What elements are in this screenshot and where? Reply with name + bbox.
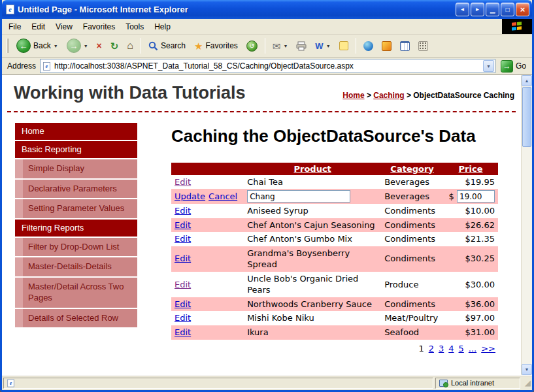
edit-link[interactable]: Edit xyxy=(175,234,191,244)
sidebar-item-details-of-selected-row[interactable]: Details of Selected Row xyxy=(15,309,137,328)
edit-word-button[interactable]: W ▼ xyxy=(312,41,333,52)
refresh-button[interactable]: ↻ xyxy=(107,40,122,52)
titlebar-extra-button-left[interactable]: ◄ xyxy=(456,3,469,16)
sidebar-item-filter-by-drop-down-list[interactable]: Filter by Drop-Down List xyxy=(15,238,137,257)
edit-link[interactable]: Edit xyxy=(175,327,191,337)
research-button[interactable] xyxy=(397,40,413,52)
menu-help[interactable]: Help xyxy=(149,20,176,33)
quick-tool-button[interactable] xyxy=(378,40,395,52)
edit-link[interactable]: Edit xyxy=(175,177,191,187)
address-field[interactable]: e http://localhost:3038/ASPNET_Data_Tuto… xyxy=(40,59,495,73)
command-cell: Edit xyxy=(171,246,244,272)
history-button[interactable]: ↺ xyxy=(243,39,261,53)
product-cell: Grandma's Boysenberry Spread xyxy=(244,246,381,272)
product-cell: Chef Anton's Gumbo Mix xyxy=(244,232,381,246)
titlebar-extra-button-right[interactable]: ► xyxy=(471,3,484,16)
mail-dropdown-icon[interactable]: ▼ xyxy=(283,44,288,48)
edit-link[interactable]: Edit xyxy=(175,280,191,289)
window-buttons: ◄ ► ▁ □ × xyxy=(456,3,529,16)
titlebar[interactable]: e Untitled Page - Microsoft Internet Exp… xyxy=(2,0,532,19)
menu-favorites[interactable]: Favorites xyxy=(78,20,120,33)
maximize-button[interactable]: □ xyxy=(501,3,514,16)
edit-link[interactable]: Edit xyxy=(175,313,191,323)
home-button[interactable]: ⌂ xyxy=(124,39,137,52)
close-button[interactable]: × xyxy=(516,3,529,16)
menu-file[interactable]: File xyxy=(3,20,26,33)
search-label: Search xyxy=(161,41,186,50)
page-body: HomeBasic ReportingSimple DisplayDeclara… xyxy=(2,112,521,355)
favorites-button[interactable]: ★ Favorites xyxy=(191,40,241,52)
address-dropdown-button[interactable]: ▼ xyxy=(483,60,494,72)
sidebar-section-filtering-reports[interactable]: Filtering Reports xyxy=(15,220,137,237)
price-cell: $97.00 xyxy=(443,311,498,325)
pager-page-3[interactable]: 3 xyxy=(439,344,444,353)
pager-page-5[interactable]: 5 xyxy=(459,344,464,353)
price-cell: $30.00 xyxy=(443,272,498,297)
sidebar-section-home[interactable]: Home xyxy=(15,123,137,140)
sidebar-item-master-details-details[interactable]: Master-Details-Details xyxy=(15,257,137,276)
address-url[interactable]: http://localhost:3038/ASPNET_Data_Tutori… xyxy=(54,61,479,71)
toolbar: ← Back ▼ → ▼ × ↻ ⌂ Search ★ Favorites xyxy=(2,35,532,57)
update-link[interactable]: Update xyxy=(175,191,205,201)
forward-dropdown-icon[interactable]: ▼ xyxy=(84,44,88,48)
back-dropdown-icon[interactable]: ▼ xyxy=(54,44,58,48)
resize-grip[interactable]: ◢ xyxy=(520,379,531,387)
pager-page-4[interactable]: 4 xyxy=(448,344,454,353)
sidebar-item-setting-parameter-values[interactable]: Setting Parameter Values xyxy=(15,199,137,218)
mail-button[interactable]: ✉ ▼ xyxy=(269,40,292,52)
menu-view[interactable]: View xyxy=(50,20,78,33)
search-button[interactable]: Search xyxy=(145,40,189,52)
stop-button[interactable]: × xyxy=(93,40,105,52)
notes-button[interactable] xyxy=(336,40,352,52)
pager-next[interactable]: >> xyxy=(481,344,495,353)
price-cell: $10.00 xyxy=(443,204,498,218)
sort-link-category[interactable]: Category xyxy=(390,164,433,174)
pager-page-2[interactable]: 2 xyxy=(429,344,434,353)
sort-link-price[interactable]: Price xyxy=(459,164,483,174)
grid-header-empty xyxy=(171,163,244,175)
grid-tool-button[interactable] xyxy=(415,40,431,52)
command-cell: Edit xyxy=(171,325,244,340)
edit-link[interactable]: Edit xyxy=(175,253,191,263)
breadcrumb-link-caching[interactable]: Caching xyxy=(373,91,404,100)
product-textbox[interactable] xyxy=(247,190,350,203)
sidebar-item-indent xyxy=(15,199,23,218)
command-cell: UpdateCancel xyxy=(171,189,244,204)
toolbar-grip[interactable] xyxy=(7,39,9,53)
scrollbar-track[interactable] xyxy=(522,148,532,364)
sidebar-item-master-detail-across-two-pages[interactable]: Master/Detail Across Two Pages xyxy=(15,278,137,308)
back-button[interactable]: ← Back ▼ xyxy=(13,37,61,54)
sidebar-item-declarative-parameters[interactable]: Declarative Parameters xyxy=(15,180,137,199)
forward-button[interactable]: → ▼ xyxy=(63,37,92,54)
edit-link[interactable]: Edit xyxy=(175,299,191,309)
cancel-link[interactable]: Cancel xyxy=(209,191,237,201)
print-button[interactable] xyxy=(293,40,310,52)
scroll-up-button[interactable]: ▲ xyxy=(522,75,532,86)
status-left-pane: e xyxy=(3,378,433,389)
pager-ellipsis[interactable]: ... xyxy=(469,344,476,353)
product-cell: Ikura xyxy=(244,325,381,340)
breadcrumb-link-home[interactable]: Home xyxy=(342,91,364,100)
product-cell: Aniseed Syrup xyxy=(244,204,381,218)
minimize-button[interactable]: ▁ xyxy=(486,3,499,16)
sidebar-section-basic-reporting[interactable]: Basic Reporting xyxy=(15,141,137,158)
messenger-button[interactable] xyxy=(360,40,376,52)
vertical-scrollbar[interactable]: ▲ ▼ xyxy=(521,75,532,375)
price-cell: $30.25 xyxy=(443,246,498,272)
scrollbar-thumb[interactable] xyxy=(522,87,531,147)
grid-row: EditGrandma's Boysenberry SpreadCondimen… xyxy=(171,246,498,272)
edit-link[interactable]: Edit xyxy=(175,220,191,230)
menu-edit[interactable]: Edit xyxy=(26,20,50,33)
edit-dropdown-icon[interactable]: ▼ xyxy=(326,44,331,48)
command-cell: Edit xyxy=(171,272,244,297)
price-textbox[interactable] xyxy=(457,190,495,203)
sidebar-item-label: Filter by Drop-Down List xyxy=(23,238,137,257)
edit-link[interactable]: Edit xyxy=(175,206,191,216)
sort-link-product[interactable]: Product xyxy=(293,164,331,174)
menu-tools[interactable]: Tools xyxy=(120,20,149,33)
word-edit-icon: W xyxy=(315,42,323,50)
go-button[interactable]: → Go xyxy=(499,60,530,73)
scroll-down-button[interactable]: ▼ xyxy=(522,364,532,375)
page-header: Working with Data Tutorials Home > Cachi… xyxy=(2,75,521,103)
sidebar-item-simple-display[interactable]: Simple Display xyxy=(15,159,137,178)
